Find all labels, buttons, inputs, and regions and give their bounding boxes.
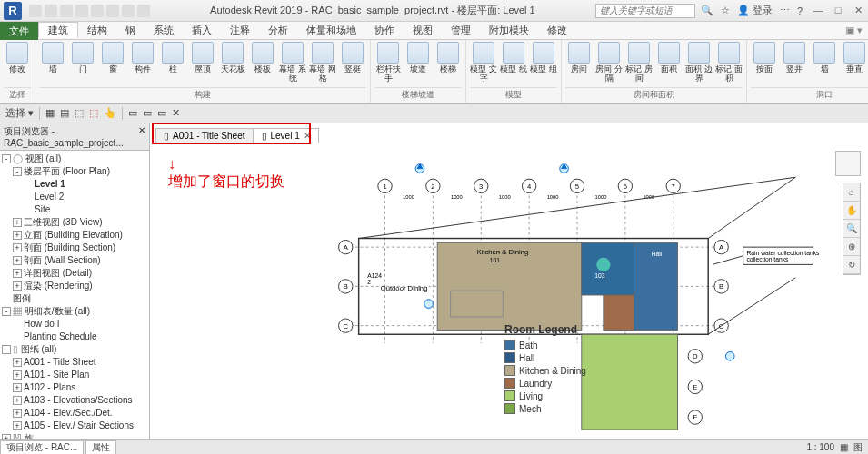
- ribbon-tab[interactable]: 修改: [538, 23, 576, 37]
- quick-access-toolbar[interactable]: [29, 5, 150, 17]
- opt-icon[interactable]: ▭: [143, 107, 152, 119]
- opt-icon[interactable]: ▦: [45, 107, 55, 119]
- opt-icon[interactable]: ▭: [157, 107, 166, 119]
- ribbon-button[interactable]: 柱: [159, 42, 186, 74]
- status-icon[interactable]: 图: [853, 441, 863, 454]
- minimize-button[interactable]: —: [808, 5, 828, 16]
- ribbon-tab[interactable]: 钢: [116, 23, 145, 37]
- ribbon-button[interactable]: 栏杆扶手: [374, 42, 402, 83]
- ribbon-tab[interactable]: 注释: [221, 23, 259, 37]
- login-button[interactable]: 👤 登录: [737, 4, 773, 17]
- ribbon-tab[interactable]: 分析: [259, 23, 297, 37]
- ribbon-tab[interactable]: 附加模块: [480, 23, 538, 37]
- svg-text:F: F: [693, 413, 697, 421]
- ribbon-button[interactable]: 幕墙 系统: [279, 42, 306, 83]
- ribbon-button[interactable]: 屋顶: [189, 42, 216, 74]
- close-button[interactable]: ✕: [848, 5, 868, 16]
- scale-label[interactable]: 1 : 100: [806, 442, 834, 452]
- ribbon-button[interactable]: 墙: [39, 42, 66, 74]
- tree-node[interactable]: Level 1: [2, 178, 147, 191]
- ribbon-button[interactable]: 模型 线: [500, 42, 527, 74]
- ribbon-tab[interactable]: 建筑: [38, 22, 78, 38]
- search-input[interactable]: [595, 4, 695, 18]
- tab-close-icon[interactable]: ✕: [304, 131, 311, 141]
- tree-node[interactable]: -▦ 明细表/数量 (all): [2, 305, 147, 318]
- document-tab[interactable]: ▯Level 1✕: [254, 128, 319, 143]
- svg-text:2: 2: [431, 183, 434, 191]
- tree-node[interactable]: -◯ 视图 (all): [2, 153, 147, 165]
- ribbon-button[interactable]: 房间 分隔: [595, 42, 623, 83]
- opt-icon[interactable]: 👆: [104, 107, 116, 119]
- tree-node[interactable]: 图例: [2, 292, 147, 305]
- star-icon[interactable]: ☆: [721, 5, 730, 16]
- ribbon-button[interactable]: 天花板: [219, 42, 246, 74]
- ribbon-tab[interactable]: 管理: [442, 23, 480, 37]
- opt-icon[interactable]: ▭: [128, 107, 137, 119]
- ribbon-button[interactable]: 面积: [655, 42, 683, 74]
- browser-close-icon[interactable]: ✕: [138, 125, 145, 148]
- ribbon-button[interactable]: 门: [69, 42, 96, 74]
- tree-node[interactable]: +A105 - Elev./ Stair Sections: [2, 419, 147, 432]
- select-dropdown[interactable]: 选择 ▾: [5, 106, 34, 120]
- maximize-button[interactable]: □: [828, 5, 848, 16]
- status-tab[interactable]: 属性: [85, 440, 116, 455]
- ribbon-button[interactable]: 竖梃: [339, 42, 366, 74]
- ribbon-button[interactable]: 坡道: [404, 42, 432, 74]
- ribbon-button[interactable]: 修改: [4, 42, 31, 74]
- tree-node[interactable]: How do I: [2, 318, 147, 331]
- ribbon-button[interactable]: 楼板: [249, 42, 276, 74]
- ribbon-button[interactable]: 房间: [565, 42, 593, 74]
- tree-node[interactable]: Site: [2, 203, 147, 216]
- document-tab[interactable]: ▯A001 - Title Sheet: [155, 128, 254, 143]
- tree-node[interactable]: +详图视图 (Detail): [2, 267, 147, 280]
- ribbon-button[interactable]: 墙: [811, 42, 838, 74]
- opt-icon[interactable]: ⬚: [75, 107, 84, 119]
- svg-text:Kitchen & Dining: Kitchen & Dining: [476, 248, 528, 256]
- ribbon-button[interactable]: 窗: [99, 42, 126, 74]
- ribbon-button[interactable]: 标记 房间: [625, 42, 653, 83]
- file-tab[interactable]: 文件: [0, 22, 38, 40]
- status-tab[interactable]: 项目浏览 - RAC...: [0, 440, 84, 455]
- ribbon-tab[interactable]: 协作: [365, 23, 404, 37]
- ribbon-button[interactable]: 楼梯: [434, 42, 462, 74]
- ribbon-tab[interactable]: 系统: [145, 23, 183, 37]
- ribbon-button[interactable]: 竖井: [781, 42, 808, 74]
- tree-node[interactable]: +A001 - Title Sheet: [2, 356, 147, 369]
- ribbon-tab[interactable]: 体量和场地: [297, 23, 365, 37]
- tree-node[interactable]: Planting Schedule: [2, 331, 147, 343]
- ribbon-tab[interactable]: 视图: [404, 23, 442, 37]
- tree-node[interactable]: +立面 (Building Elevation): [2, 229, 147, 242]
- legend-item: Living: [504, 390, 586, 401]
- status-icon[interactable]: ▦: [840, 442, 848, 452]
- tree-node[interactable]: +渲染 (Rendering): [2, 280, 147, 292]
- ribbon-button[interactable]: 垂直: [841, 42, 868, 74]
- tree-node[interactable]: Level 2: [2, 191, 147, 203]
- ribbon-tab[interactable]: 插入: [183, 23, 221, 37]
- opt-icon[interactable]: ✕: [172, 107, 180, 119]
- tree-node[interactable]: +剖面 (Building Section): [2, 242, 147, 254]
- tree-node[interactable]: +A104 - Elev./Sec./Det.: [2, 407, 147, 419]
- ribbon-button[interactable]: 按面: [751, 42, 778, 74]
- app-menu-icon[interactable]: ⋯: [780, 5, 790, 16]
- tree-node[interactable]: -▯ 图纸 (all): [2, 343, 147, 356]
- tree-node[interactable]: +A102 - Plans: [2, 381, 147, 394]
- tree-node[interactable]: +三维视图 (3D View): [2, 216, 147, 229]
- tree-node[interactable]: +凹 族: [2, 432, 147, 439]
- ribbon-button[interactable]: 模型 文字: [470, 42, 497, 83]
- ribbon-button[interactable]: 面积 边界: [685, 42, 713, 83]
- opt-icon[interactable]: ⬚: [89, 107, 98, 119]
- infocenter-icon[interactable]: 🔍: [701, 5, 713, 16]
- tree-node[interactable]: -楼层平面 (Floor Plan): [2, 165, 147, 178]
- help-icon[interactable]: ?: [797, 5, 803, 16]
- ribbon-button[interactable]: 幕墙 网格: [309, 42, 336, 83]
- drawing-canvas[interactable]: ▯A001 - Title Sheet▯Level 1✕ ↓增加了窗口的切换 ⌂…: [150, 123, 868, 439]
- ribbon-tab[interactable]: 结构: [78, 23, 116, 37]
- tree-node[interactable]: +A103 - Elevations/Sections: [2, 394, 147, 407]
- tree-node[interactable]: +剖面 (Wall Section): [2, 254, 147, 267]
- ribbon-button[interactable]: 模型 组: [530, 42, 557, 74]
- ribbon-button[interactable]: 标记 面积: [715, 42, 743, 83]
- tree-node[interactable]: +A101 - Site Plan: [2, 369, 147, 381]
- ribbon-button[interactable]: 构件: [129, 42, 156, 74]
- opt-icon[interactable]: ▤: [60, 107, 69, 119]
- ribbon-collapse-icon[interactable]: ▣ ▾: [845, 25, 868, 36]
